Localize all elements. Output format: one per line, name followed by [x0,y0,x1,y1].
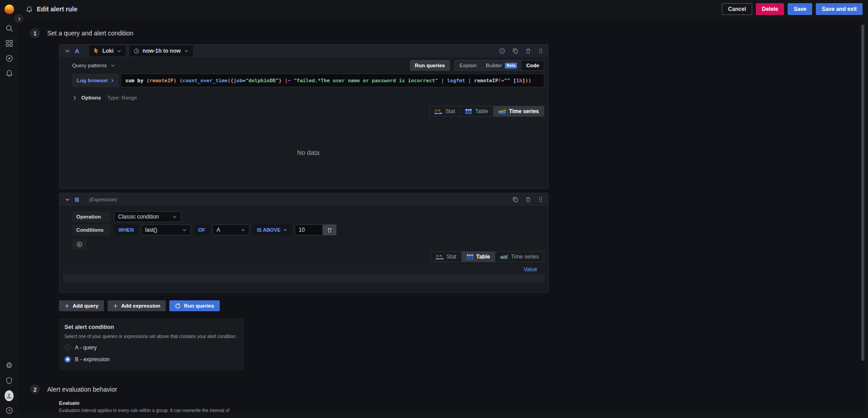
cancel-button[interactable]: Cancel [722,3,752,15]
chevron-right-icon [17,17,21,21]
add-condition-button[interactable] [72,239,87,249]
when-keyword[interactable]: WHEN [114,224,138,235]
table-icon [467,254,473,259]
viz-stat-b[interactable]: 12.4 Stat [431,252,462,262]
duplicate-expression-button[interactable] [512,196,518,203]
viz-table-b[interactable]: Table [462,252,495,262]
viz-stat-a[interactable]: 12.4 Stat [429,106,460,116]
query-patterns-dropdown[interactable]: Query patterns [72,63,115,68]
sidebar-item-alerting[interactable] [2,66,16,81]
trash-icon [525,196,531,203]
loki-logo-icon [93,48,99,54]
sidebar-item-settings[interactable]: ⚙ [2,358,16,373]
drag-handle-icon [538,196,543,203]
set-alert-condition-box: Set alert condition Select one of your q… [59,318,244,370]
table-empty-row [63,274,544,283]
add-query-button[interactable]: Add query [59,300,104,311]
query-help-button[interactable]: ? [499,48,505,54]
sidebar-expand-button[interactable] [15,15,23,23]
add-expression-button[interactable]: Add expression [108,300,166,311]
threshold-input[interactable] [295,224,323,235]
scrollbar[interactable] [861,25,864,361]
value-column-label: Value [523,266,537,273]
sidebar-item-server-admin[interactable] [2,373,16,388]
sidebar-item-explore[interactable] [2,51,16,66]
of-keyword[interactable]: OF [194,224,210,235]
scrollbar-thumb[interactable] [861,25,864,361]
viz-stat-label: Stat [447,254,456,260]
value-column-header[interactable]: Value [63,264,544,274]
step2-header: 2 Alert evaluation behavior [30,384,865,394]
svg-text:.4: .4 [438,109,441,111]
delete-button[interactable]: Delete [756,3,784,15]
condition-option-b[interactable]: B - expression [64,356,239,363]
run-queries-label: Run queries [184,303,214,309]
help-circle-icon: ? [499,48,505,54]
run-queries-small-button[interactable]: Run queries [410,60,450,71]
collapse-chevron-icon[interactable] [64,48,70,54]
no-data-message: No data [72,117,544,189]
radio-unselected-icon [64,344,71,351]
search-icon [5,25,13,32]
operation-select[interactable]: Classic condition [114,211,181,222]
remove-condition-button[interactable] [323,224,336,235]
viz-table-a[interactable]: Table [460,106,493,116]
viz-table-label: Table [476,254,490,260]
refresh-icon [175,303,181,309]
evaluate-description: Evaluation interval applies to every rul… [59,408,232,413]
time-range-value: now-1h to now [143,48,181,54]
page-title: Edit alert rule [37,5,77,13]
sidebar-item-profile[interactable] [2,388,16,403]
remove-expression-button[interactable] [525,196,531,203]
help-icon: ? [5,407,13,414]
viz-timeseries-label: Time series [509,108,539,114]
viz-timeseries-a[interactable]: Time series [493,106,544,116]
run-queries-button[interactable]: Run queries [169,300,219,311]
query-ref-select[interactable]: A [212,224,250,235]
drag-handle[interactable] [538,48,543,54]
condition-option-a[interactable]: A - query [64,344,239,351]
condition-option-b-label: B - expression [75,356,110,363]
sidebar-item-dashboards[interactable] [2,36,16,51]
time-range-picker[interactable]: now-1h to now [129,45,193,56]
plus-icon [113,304,118,309]
log-browser-label: Log browser [77,78,108,83]
stat-icon: 12.4 [434,109,442,114]
mode-builder[interactable]: Builder Beta [481,60,522,70]
bell-icon [26,6,33,13]
collapse-chevron-icon[interactable] [64,197,70,203]
drag-handle-icon [538,48,543,54]
set-alert-condition-description: Select one of your queries or expression… [64,334,239,339]
viz-timeseries-b[interactable]: Time series [495,252,544,262]
step1-title: Set a query and alert condition [47,30,133,37]
duplicate-query-button[interactable] [512,48,518,54]
svg-text:12: 12 [436,254,439,257]
log-browser-button[interactable]: Log browser [72,74,119,87]
evaluator-value: IS ABOVE [257,227,281,233]
save-and-exit-button[interactable]: Save and exit [816,3,863,15]
options-toggle[interactable]: Options Type: Range [72,93,544,102]
save-button[interactable]: Save [788,3,812,15]
sidebar-item-help[interactable]: ? [2,403,16,418]
step2-title: Alert evaluation behavior [47,386,117,393]
topbar-actions: Cancel Delete Save Save and exit [722,3,868,15]
query-ref-value: A [217,227,220,233]
gear-icon: ⚙ [5,362,12,369]
time-series-icon [498,109,506,114]
datasource-picker[interactable]: Loki [89,45,126,56]
radio-selected-icon [64,356,71,363]
reducer-select[interactable]: last() [141,224,191,235]
drag-handle[interactable] [538,196,543,203]
options-type: Type: Range [107,95,137,100]
shield-icon [5,377,13,384]
viz-table-label: Table [475,108,488,114]
copy-icon [512,48,518,54]
logql-query-editor[interactable]: sum by (remoteIP) (count_over_time({job=… [121,74,544,87]
plus-icon [64,304,69,309]
remove-query-button[interactable] [525,48,531,54]
compass-icon [5,55,13,62]
mode-explain[interactable]: Explain [455,60,481,70]
mode-code[interactable]: Code [522,60,544,70]
evaluator-select[interactable]: IS ABOVE [252,224,292,235]
sidebar-item-search[interactable] [2,21,16,36]
